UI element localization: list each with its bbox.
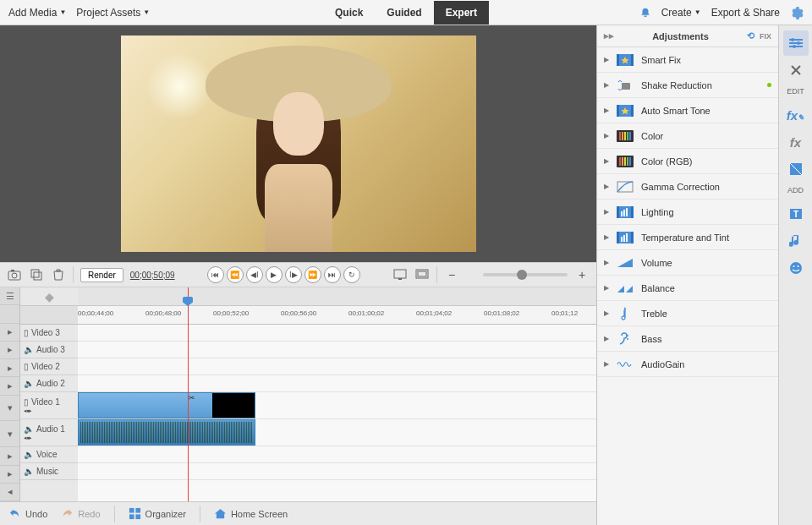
adjustment-smart-fix[interactable]: ▶Smart Fix [597,47,778,73]
track-header-music[interactable]: 🔈Music [20,463,78,480]
tab-quick[interactable]: Quick [323,1,375,25]
track-video1[interactable]: ✂ [78,392,596,419]
notifications-icon[interactable] [639,7,651,19]
track-voice[interactable] [78,446,596,463]
adjustment-treble[interactable]: ▶Treble [597,301,778,326]
adjustment-shake-reduction[interactable]: ▶Shake Reduction [597,73,778,98]
track-chevron-icon[interactable]: ▸ [0,342,19,359]
video-clip[interactable] [78,392,255,418]
play-button[interactable]: ▶ [266,266,283,283]
track-chevron-icon[interactable]: ▸ [0,377,19,395]
track-music[interactable] [78,463,596,480]
project-assets-menu[interactable]: Project Assets▼ [76,7,150,19]
collapse-icon[interactable]: ▸▸ [604,30,614,41]
track-chevron-icon[interactable]: ▸ [0,324,19,342]
svg-rect-5 [394,270,406,278]
graphics-icon[interactable] [783,255,809,281]
fullscreen-icon[interactable] [392,267,408,282]
track-audio1[interactable] [78,419,596,446]
svg-rect-38 [626,208,628,216]
step-back-button[interactable]: ⏪ [227,266,244,283]
adjustment-balance[interactable]: ▶Balance [597,276,778,301]
adjustment-color[interactable]: ▶Color [597,123,778,149]
goto-start-button[interactable]: ⏮ [207,266,224,283]
track-mini-controls[interactable]: ◂●▸ [24,407,31,414]
adjustment-color-rgb-[interactable]: ▶Color (RGB) [597,149,778,174]
goto-end-button[interactable]: ⏭ [324,266,341,283]
h-scrollbar-left[interactable]: ◂ [0,484,19,501]
marker-icon[interactable]: ◆ [20,287,78,306]
zoom-minus-icon[interactable]: − [444,267,459,282]
frame-back-button[interactable]: ◀Ⅰ [246,266,263,283]
ruler-tick: 00;01;08;02 [484,309,519,317]
track-header-audio3[interactable]: 🔈Audio 3 [20,342,78,358]
svg-text:T: T [793,210,798,219]
applied-dot-icon [767,83,771,87]
add-media-menu[interactable]: Add Media▼ [8,7,66,19]
track-video2[interactable] [78,358,596,375]
video-preview[interactable] [121,36,476,252]
adjustment-temperature-and-tint[interactable]: ▶Temperature and Tint [597,225,778,250]
fx-applied-icon[interactable]: fx✎ [783,102,809,128]
tab-expert[interactable]: Expert [434,1,489,25]
track-header-audio1[interactable]: 🔈Audio 1◂●▸ [20,419,78,446]
render-button[interactable]: Render [80,268,123,282]
track-chevron-down-icon[interactable]: ▾ [0,421,19,447]
track-header-video1[interactable]: ▯Video 1◂●▸ [20,392,78,419]
marker-cut-icon[interactable]: ✂ [188,393,195,402]
sliders-icon[interactable]: ☰ [0,287,19,305]
track-audio2[interactable] [78,375,596,392]
adjustment-gamma-correction[interactable]: ▶Gamma Correction [597,174,778,200]
zoom-plus-icon[interactable]: + [574,267,590,282]
step-forward-button[interactable]: ⏩ [304,266,321,283]
undo-button[interactable]: Undo [8,507,47,520]
audio-clip[interactable] [78,419,255,446]
tab-guided[interactable]: Guided [375,1,433,25]
settings-icon[interactable] [790,6,804,19]
fx-icon[interactable]: fx [783,129,809,155]
frame-forward-button[interactable]: Ⅰ▶ [285,266,302,283]
adjust-sliders-icon[interactable] [783,30,809,56]
track-video3[interactable] [78,325,596,342]
adjustment-lighting[interactable]: ▶Lighting [597,200,778,225]
create-menu[interactable]: Create▼ [661,7,701,19]
safe-margin-icon[interactable] [414,267,430,282]
transitions-icon[interactable] [783,156,809,182]
music-icon[interactable] [783,228,809,254]
loop-button[interactable]: ↻ [343,266,360,283]
adjustment-label: Color [641,131,663,141]
titles-icon[interactable]: T [783,201,809,227]
adjustment-volume[interactable]: ▶Volume [597,250,778,276]
adjustment-icon [616,231,634,244]
track-header-voice[interactable]: 🔈Voice [20,446,78,463]
track-chevron-icon[interactable]: ▸ [0,466,19,484]
zoom-slider[interactable] [483,273,568,276]
timeline-content[interactable]: 00;00;44;0000;00;48;0000;00;52;0000;00;5… [78,287,596,501]
track-chevron-icon[interactable]: ▸ [0,447,19,465]
adjustment-bass[interactable]: ▶Bass [597,326,778,352]
timecode-display[interactable]: 00;00;50;09 [130,271,175,280]
timeline: ☰ ▸ ▸ ▸ ▸ ▾ ▾ ▸ ▸ ◂ ◆ ▯Video 3 🔈Audio 3 … [0,287,596,501]
tools-icon[interactable] [783,57,809,83]
redo-button[interactable]: Redo [61,507,100,520]
time-ruler[interactable]: 00;00;44;0000;00;48;0000;00;52;0000;00;5… [78,306,596,325]
track-mini-controls[interactable]: ◂●▸ [24,435,31,441]
track-audio3[interactable] [78,342,596,358]
camera-icon[interactable] [7,267,22,282]
organizer-button[interactable]: Organizer [129,507,186,520]
track-header-audio2[interactable]: 🔈Audio 2 [20,375,78,392]
adjustment-audiogain[interactable]: ▶AudioGain [597,352,778,377]
home-screen-button[interactable]: Home Screen [214,507,288,520]
ruler-header [20,306,78,325]
freeze-frame-icon[interactable] [29,267,44,282]
track-header-video3[interactable]: ▯Video 3 [20,325,78,342]
playhead[interactable] [188,287,189,501]
trash-icon[interactable] [51,267,66,282]
adjustment-auto-smart-tone[interactable]: ▶Auto Smart Tone [597,98,778,123]
svg-rect-3 [31,270,39,277]
export-share-button[interactable]: Export & Share [711,7,780,19]
reset-icon[interactable]: ⟲ [747,30,754,41]
track-chevron-icon[interactable]: ▸ [0,359,19,377]
track-chevron-down-icon[interactable]: ▾ [0,396,19,422]
track-header-video2[interactable]: ▯Video 2 [20,358,78,375]
